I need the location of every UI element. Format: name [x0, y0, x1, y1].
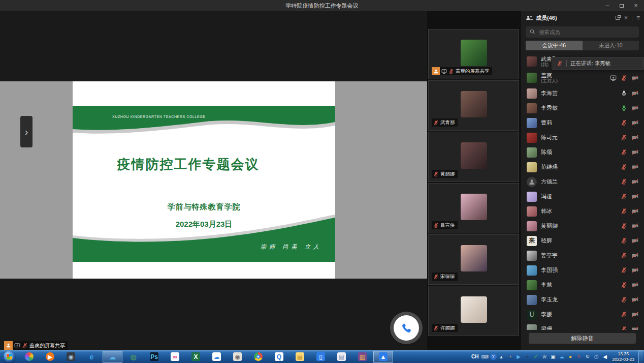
- popout-icon[interactable]: [616, 16, 620, 20]
- video-tile[interactable]: 盖爽的屏幕共享: [428, 29, 519, 79]
- tray-cloud-icon[interactable]: ☁: [558, 353, 566, 360]
- member-row[interactable]: 陈司元: [521, 130, 644, 145]
- member-row[interactable]: 姜亭宇: [521, 248, 644, 263]
- taskbar-network-manager[interactable]: ◍: [123, 351, 143, 363]
- tab-in-meeting[interactable]: 会议中·46: [526, 41, 583, 50]
- tray-arrow-icon[interactable]: ▶: [515, 353, 523, 360]
- camera-off-icon[interactable]: [631, 105, 639, 111]
- tray-usb-icon[interactable]: ✓: [532, 353, 540, 360]
- member-row[interactable]: 冯超: [521, 189, 644, 204]
- tray-sync-icon[interactable]: ◔: [506, 353, 514, 360]
- tray-clock-icon[interactable]: ◷: [593, 353, 600, 360]
- member-row[interactable]: 李秀敏: [521, 101, 644, 115]
- taskbar-chat-app[interactable]: Q: [269, 351, 289, 363]
- show-desktop-button[interactable]: [638, 350, 643, 363]
- camera-off-icon[interactable]: [631, 119, 639, 126]
- member-row[interactable]: 盖爽(主持人): [521, 70, 644, 86]
- member-search[interactable]: [526, 26, 639, 38]
- member-row[interactable]: 李国强: [521, 263, 644, 278]
- camera-off-icon[interactable]: [631, 178, 639, 185]
- mic-muted-icon[interactable]: [621, 208, 627, 215]
- camera-off-icon[interactable]: [631, 311, 639, 318]
- tray-help-icon[interactable]: ?: [490, 353, 497, 360]
- member-row[interactable]: 范继瑶: [521, 160, 644, 174]
- camera-off-icon[interactable]: [631, 252, 639, 259]
- member-row[interactable]: 梁珊: [521, 322, 644, 330]
- mic-speaking-icon[interactable]: [621, 105, 627, 111]
- camera-off-icon[interactable]: [631, 326, 639, 330]
- tray-alert-icon[interactable]: ×: [575, 353, 583, 360]
- mic-muted-icon[interactable]: [621, 326, 627, 330]
- camera-off-icon[interactable]: [631, 296, 639, 303]
- member-row[interactable]: 来 嵇辉: [521, 233, 644, 248]
- mic-muted-icon[interactable]: [621, 252, 627, 259]
- video-tile[interactable]: 黄丽娜: [428, 132, 519, 182]
- tray-w-icon[interactable]: w: [541, 353, 549, 360]
- mic-on-icon[interactable]: [621, 90, 627, 97]
- taskbar-file-explorer[interactable]: ▤: [290, 351, 310, 363]
- video-tile[interactable]: 吕言侠: [428, 183, 519, 233]
- taskbar-media-player[interactable]: ▶: [40, 351, 60, 363]
- tray-ps-icon[interactable]: ▪: [524, 353, 531, 360]
- tray-refresh-icon[interactable]: ↻: [584, 353, 592, 360]
- member-row[interactable]: 李玉龙: [521, 292, 644, 307]
- member-row[interactable]: 曹莉: [521, 115, 644, 130]
- mic-muted-icon[interactable]: [621, 178, 627, 185]
- minimize-button[interactable]: –: [600, 0, 615, 11]
- taskbar-photoshop[interactable]: Ps: [144, 351, 164, 363]
- member-row[interactable]: 方德兰: [521, 174, 644, 189]
- camera-off-icon[interactable]: [631, 193, 639, 200]
- camera-off-icon[interactable]: [631, 282, 639, 288]
- camera-off-icon[interactable]: [631, 208, 639, 215]
- video-tile[interactable]: 宋琛琛: [428, 234, 519, 285]
- tab-not-joined[interactable]: 未进入·10: [583, 41, 639, 50]
- mic-muted-icon[interactable]: [621, 193, 627, 200]
- mic-muted-icon[interactable]: [621, 134, 627, 141]
- video-tile[interactable]: 许媚媚: [428, 286, 519, 336]
- camera-off-icon[interactable]: [631, 164, 639, 170]
- taskbar-cloud-sync[interactable]: ☁: [103, 351, 122, 363]
- mic-muted-icon[interactable]: [621, 237, 627, 244]
- tray-hidden-icons[interactable]: ▴: [498, 353, 505, 360]
- tray-windows-icon[interactable]: ▣: [550, 353, 557, 360]
- expand-panel-handle[interactable]: ›: [20, 116, 33, 147]
- taskbar-excel[interactable]: X: [186, 351, 206, 363]
- unmute-button[interactable]: 解除静音: [529, 333, 636, 344]
- member-row[interactable]: 韩冰: [521, 204, 644, 219]
- mic-muted-icon[interactable]: [621, 311, 627, 318]
- member-row[interactable]: 黄丽娜: [521, 219, 644, 233]
- tray-keyboard-icon[interactable]: ⌨: [481, 353, 489, 360]
- phone-button[interactable]: [394, 315, 419, 341]
- taskbar-photo-viewer[interactable]: ◉: [228, 351, 247, 363]
- camera-off-icon[interactable]: [631, 267, 639, 274]
- mic-muted-icon[interactable]: [621, 149, 627, 156]
- taskbar-design-app[interactable]: ∞: [165, 351, 185, 363]
- member-row[interactable]: 陈颂: [521, 145, 644, 160]
- taskbar-screen-recorder[interactable]: ◉: [61, 351, 81, 363]
- panel-close-button[interactable]: ×: [624, 15, 628, 21]
- mic-muted-icon[interactable]: [621, 223, 627, 229]
- mic-muted-icon[interactable]: [621, 267, 627, 274]
- taskbar-internet-explorer[interactable]: e: [82, 351, 102, 363]
- mic-muted-icon[interactable]: [621, 296, 627, 303]
- mic-muted-icon[interactable]: [621, 75, 627, 81]
- taskbar-meeting-app[interactable]: ▲: [373, 351, 393, 363]
- language-indicator[interactable]: CH: [471, 354, 478, 359]
- video-tile[interactable]: 武青那: [428, 80, 519, 131]
- taskbar-winrar[interactable]: ▥: [352, 351, 372, 363]
- start-button[interactable]: [0, 350, 18, 363]
- member-row[interactable]: 李海芸: [521, 86, 644, 101]
- tray-qq-icon[interactable]: ●: [567, 353, 574, 360]
- search-input[interactable]: [538, 28, 635, 36]
- member-row[interactable]: U 李媛: [521, 307, 644, 322]
- tray-volume-icon[interactable]: ◀: [601, 353, 609, 360]
- taskbar-chrome[interactable]: [248, 351, 268, 363]
- member-row[interactable]: 李慧: [521, 278, 644, 292]
- mic-muted-icon[interactable]: [621, 119, 627, 126]
- panel-menu-button[interactable]: ≡: [636, 15, 640, 21]
- clock[interactable]: 13:35 2022-03-23: [613, 351, 634, 362]
- restore-button[interactable]: [615, 0, 629, 11]
- taskbar-pinwheel-browser[interactable]: [19, 351, 39, 363]
- camera-off-icon[interactable]: [631, 223, 639, 229]
- taskbar-phone-assistant[interactable]: ▯: [311, 351, 331, 363]
